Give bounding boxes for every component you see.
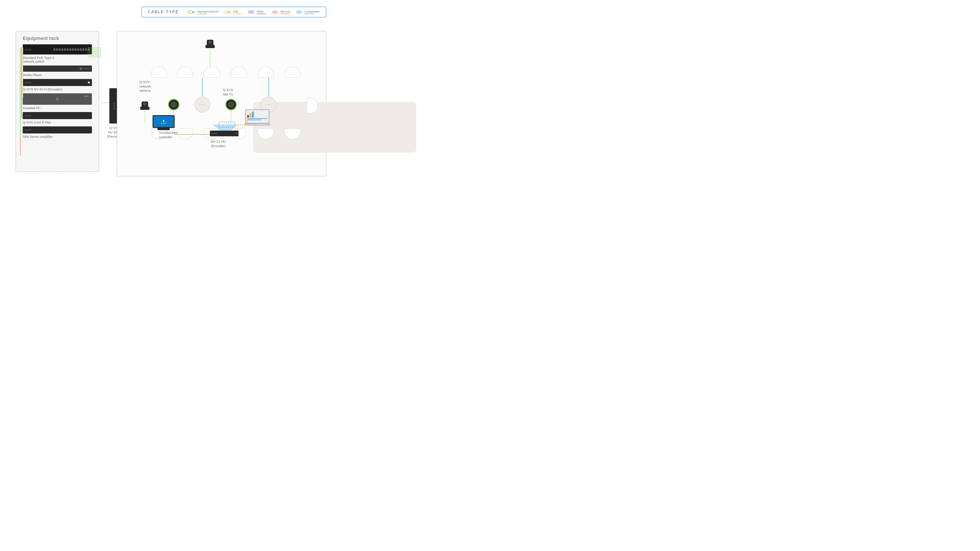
cable-type-legend: CABLE TYPE Standard Ethernet USB HDMI Mi… [141, 6, 326, 18]
slot-icon [84, 68, 90, 69]
chair-icon [204, 67, 220, 82]
brand-label: Q·SYS [25, 115, 31, 117]
legend-loudspeaker: Loudspeaker [295, 10, 320, 14]
conference-table [253, 102, 416, 153]
usb-connector-icon [224, 10, 231, 14]
svg-rect-1 [192, 11, 194, 13]
rack-internal-cables [19, 48, 24, 162]
ethernet-cable-bundle [88, 46, 103, 60]
touchscreen-label: Touchscreen controller [159, 131, 178, 139]
led-icon [236, 133, 237, 134]
chair-icon [258, 128, 274, 144]
loudspeaker-cable [268, 78, 269, 97]
svg-rect-9 [249, 12, 253, 12]
brand-label: Q·SYS [25, 81, 31, 84]
room-panel: Q-SYS network camera Q·SYS Q·SYS Q-SYS N… [117, 31, 326, 177]
legend-swatch [257, 14, 266, 14]
ethernet-connector-icon [188, 10, 196, 14]
chair-icon [285, 67, 301, 82]
device-label: Standard PoE Type 4 network switch [23, 56, 92, 63]
rack-title: Equipment rack [23, 35, 92, 41]
loudspeaker-cable [202, 78, 203, 97]
table-microphone-icon [168, 99, 180, 110]
device-label: Q-SYS NV-32-H (Encoder) [23, 88, 92, 91]
ethernet-cable [231, 111, 231, 122]
core-8-flex-device: Q·SYS [23, 112, 92, 119]
chair-icon [177, 67, 193, 82]
camera-label: Q-SYS network camera [139, 80, 151, 93]
touchscreen-controller-icon: ◈Q·SYS [153, 115, 175, 129]
legend-hdmi: HDMI [247, 10, 266, 14]
chair-icon [285, 128, 301, 144]
nv21hu-encoder-device: Q·SYS [210, 131, 239, 136]
chair-icon [307, 97, 318, 114]
brand-label: Q·SYS [25, 129, 31, 131]
legend-swatch [233, 14, 242, 14]
legend-label: HDMI [257, 10, 266, 13]
table-encoder-label: NV-21-HU (Encoder) [211, 139, 226, 148]
chair-icon [151, 67, 167, 82]
legend-usb: USB [224, 10, 242, 14]
device-label: Installed PC [23, 106, 92, 110]
power-button-icon [56, 98, 59, 100]
device-label: SPA Series amplifier [23, 135, 92, 139]
legend-title: CABLE TYPE [148, 10, 183, 14]
brand-label: Q·SYS [25, 49, 31, 51]
ethernet-cable [175, 134, 210, 135]
ethernet-cable [102, 103, 109, 103]
button-icon [80, 67, 82, 70]
device-label: Q-SYS Core 8 Flex [23, 120, 92, 124]
ethernet-cable [145, 111, 145, 122]
nv32h-encoder-device: Q·SYS [23, 79, 92, 86]
table-microphone-icon [225, 99, 237, 110]
loudspeaker-icon: Q·SYS [194, 97, 210, 113]
usb-cable [238, 119, 251, 135]
chair-icon [231, 67, 247, 82]
equipment-rack-panel: Equipment rack Q·SYS Standard PoE Type 4… [16, 31, 99, 172]
network-switch-device: Q·SYS [23, 45, 92, 54]
device-label: Media Player [23, 73, 92, 77]
legend-ethernet: Standard Ethernet [188, 10, 219, 14]
legend-swatch [280, 14, 290, 14]
legend-label: USB [233, 10, 242, 13]
pc-ports-icon [85, 96, 88, 97]
svg-rect-7 [228, 11, 230, 13]
legend-swatch [304, 14, 314, 14]
legend-label: Standard Ethernet [197, 10, 219, 13]
network-camera-icon [205, 39, 215, 48]
spa-amplifier-device: Q·SYS [23, 126, 92, 134]
chair-icon [177, 128, 193, 144]
legend-label: Mic/Line [280, 10, 290, 13]
network-camera-icon [140, 101, 150, 110]
chair-icon [258, 67, 274, 82]
waveform-icon [271, 10, 279, 14]
legend-swatch [197, 14, 207, 14]
legend-label: Loudspeaker [304, 10, 320, 13]
media-player-device [23, 65, 92, 72]
led-icon [88, 81, 90, 83]
svg-rect-6 [224, 11, 228, 13]
installed-pc-device [23, 93, 92, 105]
waveform-icon [295, 10, 303, 14]
hdmi-connector-icon [247, 10, 255, 14]
legend-mic-line: Mic/Line [271, 10, 290, 14]
brand-label: Q·SYS [113, 102, 115, 110]
mic-label: Q-SYS NM-T1 [223, 88, 233, 96]
switch-ports-icon [53, 49, 90, 51]
